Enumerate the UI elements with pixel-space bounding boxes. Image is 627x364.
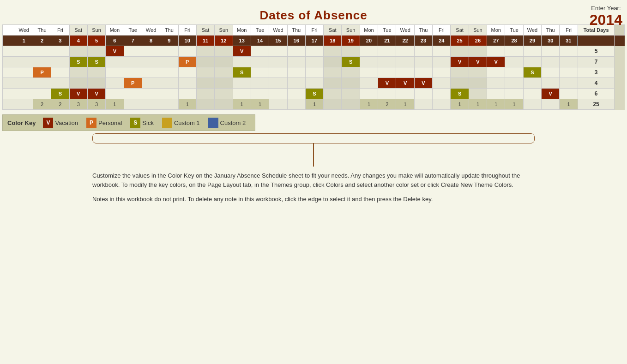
cell-r4-c25 <box>469 89 487 99</box>
cell-r4-c17 <box>324 89 342 99</box>
cell-r0-c1 <box>33 46 51 57</box>
callout-section <box>92 133 535 167</box>
cell-r0-c14 <box>269 46 287 57</box>
cell-r1-c23 <box>433 57 451 67</box>
cell-r0-c15 <box>287 46 305 57</box>
cell-r3-c7 <box>142 78 160 89</box>
cell-r4-c15 <box>287 89 305 99</box>
cell-r0-c30 <box>560 46 578 57</box>
day-header-9: Fri <box>178 25 196 36</box>
instructions-section: Customize the values in the Color Key on… <box>92 171 535 204</box>
date-cell-15: 15 <box>269 36 287 46</box>
cell-r1-c7 <box>142 57 160 67</box>
cell-r2-c15 <box>287 67 305 78</box>
cell-r2-c22 <box>414 67 432 78</box>
cell-r4-c6 <box>124 89 142 99</box>
cell-r3-c16 <box>305 78 323 89</box>
enter-year-label: Enter Year: <box>590 5 622 12</box>
date-cell-23: 23 <box>414 36 432 46</box>
cell-r2-c16 <box>305 67 323 78</box>
cell-r5-c26: 1 <box>487 99 505 110</box>
cell-r2-c17 <box>324 67 342 78</box>
cell-r2-c29 <box>542 67 560 78</box>
key-item-sick: S Sick <box>130 118 154 128</box>
data-row-1: VV5 <box>3 46 625 57</box>
vacation-badge: V <box>43 118 53 128</box>
cell-r2-c13 <box>251 67 269 78</box>
cell-r4-c5 <box>106 89 124 99</box>
cell-r5-c11 <box>215 99 233 110</box>
cell-r1-c20 <box>378 57 396 67</box>
cell-r3-c12 <box>233 78 251 89</box>
cell-r2-c18 <box>342 67 360 78</box>
cell-r0-c29 <box>542 46 560 57</box>
cell-r4-c24: S <box>451 89 469 99</box>
cell-r1-c27 <box>505 57 523 67</box>
date-cell-6: 6 <box>106 36 124 46</box>
cell-r4-c11 <box>215 89 233 99</box>
cell-r4-c18 <box>342 89 360 99</box>
cell-r1-c15 <box>287 57 305 67</box>
cell-r5-c16: 1 <box>305 99 323 110</box>
cell-r3-c20: V <box>378 78 396 89</box>
cell-r3-c14 <box>269 78 287 89</box>
day-header-27: Tue <box>505 25 523 36</box>
cell-r0-c21 <box>396 46 414 57</box>
cell-r5-c15 <box>287 99 305 110</box>
date-cell-24: 24 <box>433 36 451 46</box>
day-header-0: Wed <box>15 25 33 36</box>
key-item-personal: P Personal <box>86 118 122 128</box>
callout-box <box>92 133 535 143</box>
data-row-4: PVVV4 <box>3 78 625 89</box>
year-value[interactable]: 2014 <box>590 12 622 29</box>
cell-r1-c21 <box>396 57 414 67</box>
total-cell-5: 25 <box>578 99 615 110</box>
cell-r3-c26 <box>487 78 505 89</box>
cell-r1-c14 <box>269 57 287 67</box>
cell-r2-c1: P <box>33 67 51 78</box>
cell-r3-c30 <box>560 78 578 89</box>
date-cell-29: 29 <box>523 36 541 46</box>
cell-r4-c16: S <box>305 89 323 99</box>
cell-r1-c6 <box>124 57 142 67</box>
date-cell-2: 2 <box>33 36 51 46</box>
cell-r4-c14 <box>269 89 287 99</box>
date-cell-13: 13 <box>233 36 251 46</box>
day-header-24: Sat <box>451 25 469 36</box>
day-header-12: Mon <box>233 25 251 36</box>
cell-r3-c5 <box>106 78 124 89</box>
day-header-11: Sun <box>215 25 233 36</box>
custom2-label: Custom 2 <box>220 119 246 126</box>
cell-r2-c6 <box>124 67 142 78</box>
cell-r0-c13 <box>251 46 269 57</box>
cell-r2-c12: S <box>233 67 251 78</box>
cell-r3-c11 <box>215 78 233 89</box>
cell-r4-c23 <box>433 89 451 99</box>
total-cell-0: 5 <box>578 46 615 57</box>
cell-r4-c12 <box>233 89 251 99</box>
day-header-28: Wed <box>523 25 541 36</box>
cell-r5-c6 <box>124 99 142 110</box>
cell-r0-c5: V <box>106 46 124 57</box>
cell-r0-c19 <box>360 46 378 57</box>
cell-r2-c11 <box>215 67 233 78</box>
day-header-30: Fri <box>560 25 578 36</box>
cell-r4-c7 <box>142 89 160 99</box>
date-cell-30: 30 <box>542 36 560 46</box>
cell-r4-c4: V <box>87 89 105 99</box>
key-item-custom1: Custom 1 <box>162 118 200 128</box>
cell-r2-c2 <box>51 67 69 78</box>
cell-r0-c9 <box>178 46 196 57</box>
cell-r1-c1 <box>33 57 51 67</box>
day-header-29: Thu <box>542 25 560 36</box>
cell-r3-c25 <box>469 78 487 89</box>
cell-r5-c9: 1 <box>178 99 196 110</box>
date-cell-26: 26 <box>469 36 487 46</box>
day-header-8: Thu <box>160 25 178 36</box>
cell-r0-c18 <box>342 46 360 57</box>
cell-r5-c30: 1 <box>560 99 578 110</box>
cell-r3-c4 <box>87 78 105 89</box>
cell-r4-c9 <box>178 89 196 99</box>
cell-r2-c25 <box>469 67 487 78</box>
title-section: Dates of Absence <box>0 5 627 24</box>
